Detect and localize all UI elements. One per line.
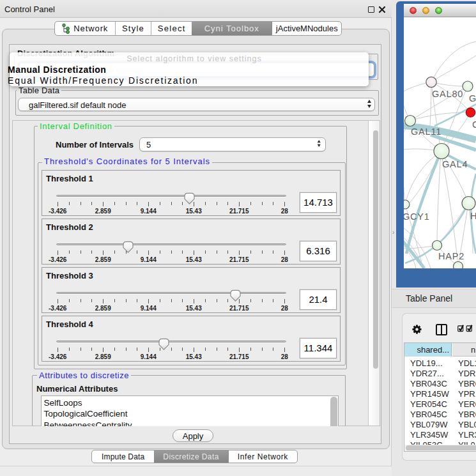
svg-text:C: C bbox=[472, 119, 476, 130]
svg-text:GCY1: GCY1 bbox=[404, 211, 430, 222]
svg-text:GAL4: GAL4 bbox=[442, 159, 468, 169]
svg-text:H: H bbox=[470, 211, 476, 221]
svg-text:GA: GA bbox=[469, 93, 476, 104]
svg-text:GAL11: GAL11 bbox=[411, 127, 441, 137]
svg-text:HAP2: HAP2 bbox=[438, 251, 464, 261]
svg-text:GAL80: GAL80 bbox=[432, 89, 463, 99]
